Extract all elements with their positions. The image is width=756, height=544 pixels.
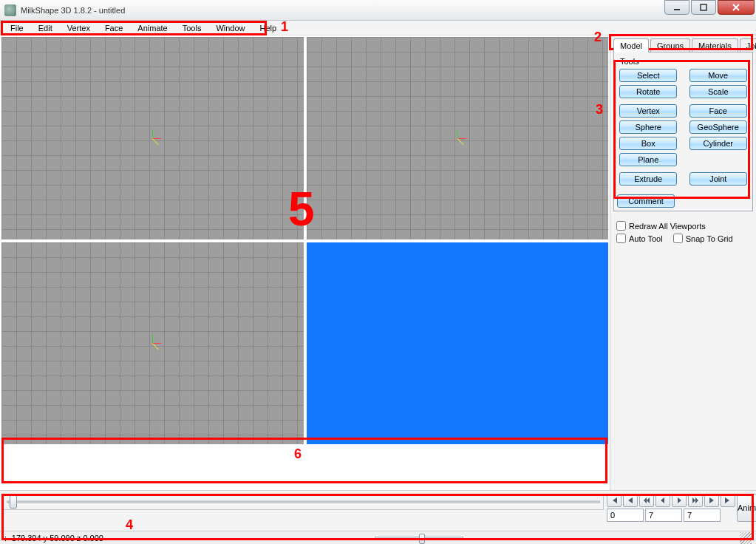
comment-row: Comment xyxy=(617,194,749,208)
tool-scale[interactable]: Scale xyxy=(689,85,747,98)
viewport-area xyxy=(0,35,610,446)
titlebar: MilkShape 3D 1.8.2 - untitled xyxy=(0,0,756,21)
menu-help[interactable]: Help xyxy=(253,22,285,34)
menu-tools[interactable]: Tools xyxy=(175,22,209,34)
tab-model[interactable]: Model xyxy=(613,38,649,52)
frame-mid-field[interactable]: 7 xyxy=(645,509,682,522)
tools-label: Tools xyxy=(617,55,749,69)
app-icon xyxy=(4,4,16,16)
tool-joint[interactable]: Joint xyxy=(689,172,747,186)
resize-grip-icon[interactable] xyxy=(740,532,752,544)
tool-move[interactable]: Move xyxy=(689,69,747,82)
check-auto-tool-label: Auto Tool xyxy=(629,234,663,243)
menu-vertex[interactable]: Vertex xyxy=(60,22,98,34)
check-redraw-all[interactable]: Redraw All Viewports xyxy=(616,221,753,231)
anim-next-key-button[interactable] xyxy=(704,494,719,507)
viewport-top-left[interactable] xyxy=(1,37,304,239)
frame-end-field[interactable]: 7 xyxy=(684,509,721,522)
status-coords: : -179.304 y 59.090 z 0.000 xyxy=(4,534,103,543)
frame-start-field[interactable]: 0 xyxy=(607,509,644,522)
menubar: File Edit Vertex Face Animate Tools Wind… xyxy=(0,21,756,35)
anim-toggle-label: Anim xyxy=(738,503,756,512)
anim-toggle-button[interactable]: Anim xyxy=(737,494,756,522)
side-panel: Model Groups Materials Joints Tools Sele… xyxy=(610,35,756,490)
window-title: MilkShape 3D 1.8.2 - untitled xyxy=(21,6,125,15)
check-snap-label: Snap To Grid xyxy=(686,234,733,243)
tool-sphere[interactable]: Sphere xyxy=(619,120,677,134)
anim-first-button[interactable] xyxy=(607,494,622,507)
svg-rect-0 xyxy=(674,9,680,10)
bottom-bar: 0 7 7 Anim xyxy=(0,490,756,531)
menu-file[interactable]: File xyxy=(3,22,31,34)
viewport-bottom-right[interactable] xyxy=(307,242,609,445)
window-buttons xyxy=(663,0,755,15)
check-auto-tool[interactable]: Auto Tool xyxy=(616,234,663,243)
timeline-slider[interactable] xyxy=(3,494,604,510)
check-redraw-label: Redraw All Viewports xyxy=(629,222,706,231)
tool-face[interactable]: Face xyxy=(689,104,747,118)
tool-vertex[interactable]: Vertex xyxy=(619,104,677,118)
anim-play-back-button[interactable] xyxy=(655,494,670,507)
tab-joints[interactable]: Joints xyxy=(740,38,756,52)
maximize-button[interactable] xyxy=(691,0,716,15)
tool-rotate[interactable]: Rotate xyxy=(619,85,677,98)
tab-groups[interactable]: Groups xyxy=(650,38,690,52)
checkbox-snap[interactable] xyxy=(673,234,683,243)
tool-extrude[interactable]: Extrude xyxy=(619,172,677,186)
status-slider[interactable] xyxy=(375,537,463,540)
tools-panel: Tools Select Move Rotate Scale Vertex Fa… xyxy=(613,52,753,211)
anim-play-button[interactable] xyxy=(672,494,687,507)
anim-last-button[interactable] xyxy=(721,494,735,507)
menu-animate[interactable]: Animate xyxy=(130,22,174,34)
tab-materials[interactable]: Materials xyxy=(692,38,738,52)
anim-step-back-button[interactable] xyxy=(639,494,654,507)
checkbox-redraw[interactable] xyxy=(616,221,626,231)
check-snap[interactable]: Snap To Grid xyxy=(673,234,733,243)
anim-controls: 0 7 7 Anim xyxy=(607,494,753,522)
menu-edit[interactable]: Edit xyxy=(31,22,60,34)
statusbar: : -179.304 y 59.090 z 0.000 xyxy=(0,531,756,544)
viewport-options: Redraw All Viewports Auto Tool Snap To G… xyxy=(616,221,753,243)
tool-plane[interactable]: Plane xyxy=(619,153,677,166)
close-button[interactable] xyxy=(718,0,755,15)
timeline xyxy=(3,494,604,510)
viewport-bottom-left[interactable] xyxy=(1,242,304,445)
timeline-thumb[interactable] xyxy=(10,495,17,509)
transform-tools: Select Move Rotate Scale xyxy=(617,69,749,98)
tool-select[interactable]: Select xyxy=(619,69,677,82)
viewport-top-right[interactable] xyxy=(307,37,609,239)
tool-box[interactable]: Box xyxy=(619,137,677,150)
tool-cylinder[interactable]: Cylinder xyxy=(689,137,747,150)
menu-face[interactable]: Face xyxy=(98,22,130,34)
minimize-button[interactable] xyxy=(664,0,689,15)
svg-rect-1 xyxy=(701,4,706,10)
edit-tools: Extrude Joint xyxy=(617,172,749,186)
message-strip xyxy=(0,446,610,490)
anim-prev-key-button[interactable] xyxy=(623,494,638,507)
menu-window[interactable]: Window xyxy=(208,22,252,34)
primitive-tools: Vertex Face Sphere GeoSphere Box Cylinde… xyxy=(617,104,749,166)
main-area: Model Groups Materials Joints Tools Sele… xyxy=(0,35,756,490)
side-tabs: Model Groups Materials Joints xyxy=(613,38,753,52)
tool-geosphere[interactable]: GeoSphere xyxy=(689,120,747,134)
anim-step-fwd-button[interactable] xyxy=(688,494,703,507)
checkbox-auto-tool[interactable] xyxy=(616,234,626,243)
comment-button[interactable]: Comment xyxy=(617,194,675,208)
